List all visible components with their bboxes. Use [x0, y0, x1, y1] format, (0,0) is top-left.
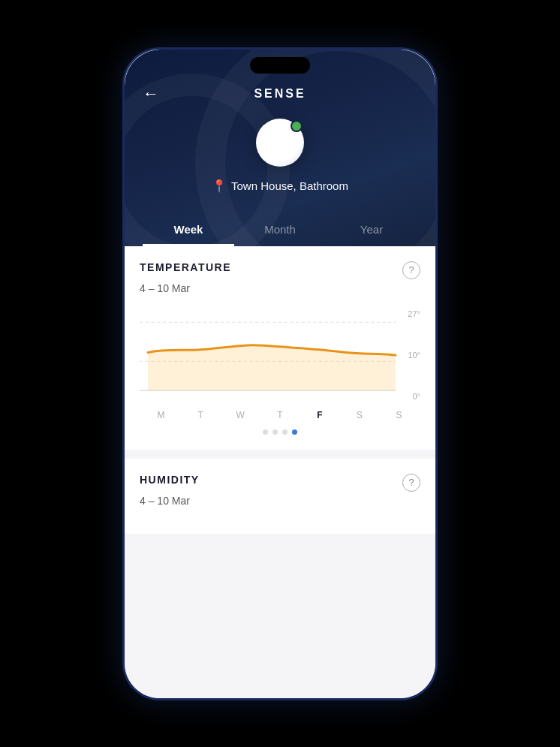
temperature-chart: 27° 10° 0° [140, 306, 420, 404]
tabs-row: Week Month Year [143, 214, 417, 246]
dot-3[interactable] [282, 429, 288, 435]
location-icon: 📍 [212, 179, 227, 193]
y-axis-labels: 27° 10° 0° [393, 306, 420, 404]
x-label-sat: S [339, 410, 379, 420]
online-status-dot [291, 120, 303, 132]
temperature-title: TEMPERATURE [140, 261, 231, 273]
y-label-high: 27° [393, 309, 420, 318]
humidity-card-header: HUMIDITY ? [140, 474, 420, 492]
device-icon [256, 119, 304, 167]
dot-4[interactable] [292, 429, 297, 435]
temperature-card-header: TEMPERATURE ? [140, 261, 420, 279]
dot-2[interactable] [272, 429, 278, 435]
y-label-mid: 10° [393, 351, 420, 360]
app-title: SENSE [254, 87, 306, 101]
tab-week-label: Week [174, 223, 203, 236]
location-row: 📍 Town House, Bathroom [143, 179, 417, 193]
tab-year[interactable]: Year [326, 214, 417, 246]
x-label-thu: T [260, 410, 300, 420]
x-label-wed: W [221, 410, 260, 420]
humidity-date-range: 4 – 10 Mar [140, 495, 420, 507]
tab-year-label: Year [360, 223, 383, 236]
temperature-date-range: 4 – 10 Mar [140, 282, 420, 294]
x-label-mon: M [141, 410, 181, 420]
header-section: ← SENSE 📍 Town House, Bathroom Week Mont… [125, 50, 435, 246]
x-axis-row: M T W T F S S [140, 410, 420, 420]
y-label-low: 0° [393, 392, 420, 401]
device-icon-wrapper [143, 119, 417, 167]
humidity-card: HUMIDITY ? 4 – 10 Mar [125, 459, 435, 534]
nav-row: ← SENSE [143, 87, 417, 101]
tab-week[interactable]: Week [143, 214, 234, 246]
tab-month-label: Month [264, 223, 296, 236]
temperature-help-icon: ? [408, 264, 414, 276]
phone-notch [250, 57, 310, 74]
x-label-fri: F [300, 410, 339, 420]
phone-screen: ← SENSE 📍 Town House, Bathroom Week Mont… [125, 50, 435, 698]
tab-month[interactable]: Month [234, 214, 326, 246]
x-label-sun: S [379, 410, 419, 420]
temperature-svg [140, 306, 420, 404]
humidity-title: HUMIDITY [140, 474, 200, 486]
humidity-help-icon: ? [408, 477, 414, 488]
humidity-help-button[interactable]: ? [402, 474, 420, 492]
x-label-tue: T [181, 410, 221, 420]
dot-1[interactable] [263, 429, 268, 435]
pagination-dots [140, 429, 420, 438]
phone-frame: ← SENSE 📍 Town House, Bathroom Week Mont… [122, 47, 438, 700]
temperature-help-button[interactable]: ? [402, 261, 420, 279]
content-section: TEMPERATURE ? 4 – 10 Mar [125, 246, 435, 698]
back-button[interactable]: ← [143, 86, 159, 102]
temperature-card: TEMPERATURE ? 4 – 10 Mar [125, 246, 435, 450]
location-label: Town House, Bathroom [231, 179, 348, 192]
